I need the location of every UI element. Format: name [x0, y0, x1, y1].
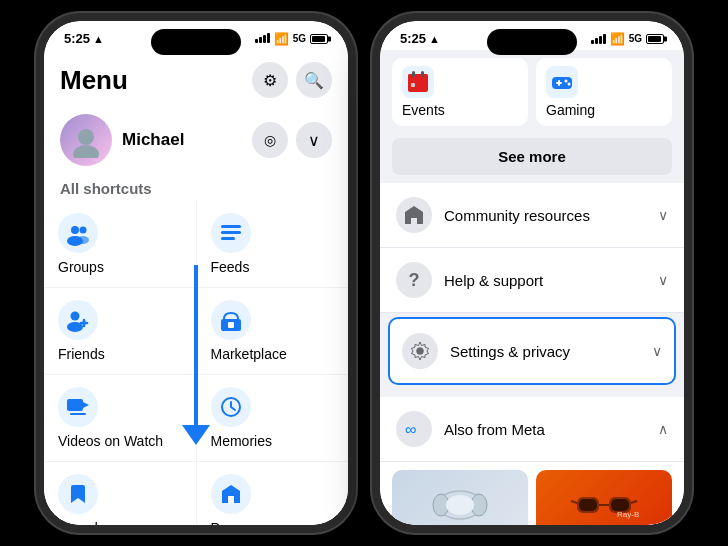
svg-rect-12 — [228, 322, 234, 328]
dynamic-island-1 — [151, 29, 241, 55]
wifi-icon: 📶 — [274, 32, 289, 46]
svg-rect-15 — [70, 413, 86, 415]
svg-point-0 — [78, 129, 94, 145]
settings-privacy-row[interactable]: Settings & privacy ∨ — [390, 319, 674, 383]
top-tiles: Events Gaming — [380, 50, 684, 134]
community-icon — [396, 197, 432, 233]
events-tile-label: Events — [402, 102, 445, 118]
svg-rect-37 — [412, 71, 415, 77]
settings-chevron: ∨ — [652, 343, 662, 359]
videos-icon — [58, 387, 98, 427]
svg-point-41 — [565, 80, 568, 83]
svg-line-55 — [571, 501, 577, 503]
location-icon-2: ▲ — [429, 33, 440, 45]
time-display-1: 5:25 ▲ — [64, 31, 104, 46]
status-icons-1: 📶 5G — [255, 32, 328, 46]
svg-text:∞: ∞ — [405, 421, 416, 438]
feeds-label: Feeds — [211, 259, 250, 275]
search-button[interactable]: 🔍 — [296, 62, 332, 98]
settings-icon — [402, 333, 438, 369]
battery-icon — [310, 34, 328, 44]
list-item[interactable]: Memories — [197, 375, 349, 461]
svg-point-42 — [568, 83, 571, 86]
svg-rect-6 — [221, 225, 241, 228]
marketplace-label: Marketplace — [211, 346, 287, 362]
groups-label: Groups — [58, 259, 104, 275]
feeds-icon — [211, 213, 251, 253]
dynamic-island-2 — [487, 29, 577, 55]
svg-point-44 — [417, 348, 424, 355]
svg-point-49 — [446, 495, 474, 515]
svg-rect-13 — [67, 399, 83, 411]
svg-point-2 — [71, 226, 79, 234]
pages-label: Pages — [211, 520, 251, 525]
settings-privacy-label: Settings & privacy — [450, 343, 640, 360]
network-badge: 5G — [293, 33, 306, 44]
profile-camera-icon[interactable]: ◎ — [252, 122, 288, 158]
time-display-2: 5:25 ▲ — [400, 31, 440, 46]
scroll-arrow — [182, 265, 210, 445]
svg-rect-39 — [411, 83, 415, 87]
signal-icon — [255, 33, 270, 45]
list-item[interactable]: Saved — [44, 462, 196, 525]
svg-rect-7 — [221, 231, 241, 234]
list-item[interactable]: Videos on Watch — [44, 375, 196, 461]
also-meta-header[interactable]: ∞ Also from Meta ∧ — [380, 397, 684, 462]
svg-rect-38 — [421, 71, 424, 77]
saved-label: Saved — [58, 520, 98, 525]
community-resources-row[interactable]: Community resources ∨ — [380, 183, 684, 248]
svg-rect-8 — [221, 237, 235, 240]
profile-name: Michael — [122, 130, 242, 150]
list-item[interactable]: Feeds — [197, 201, 349, 287]
pages-icon — [211, 474, 251, 514]
groups-icon — [58, 213, 98, 253]
gaming-tile[interactable]: Gaming — [536, 58, 672, 126]
profile-row[interactable]: Michael ◎ ∨ — [44, 106, 348, 174]
rayban-stories-card[interactable]: Ray-Ban Ray-Ban Stories Capture the mome… — [536, 470, 672, 525]
profile-chevron-icon[interactable]: ∨ — [296, 122, 332, 158]
svg-line-56 — [631, 501, 637, 503]
list-item[interactable]: Marketplace — [197, 288, 349, 374]
events-tile-icon — [402, 66, 434, 98]
settings-button[interactable]: ⚙ — [252, 62, 288, 98]
events-tile[interactable]: Events — [392, 58, 528, 126]
videos-label: Videos on Watch — [58, 433, 163, 449]
rayban-image: Ray-Ban — [536, 470, 672, 525]
location-icon: ▲ — [93, 33, 104, 45]
see-more-button[interactable]: See more — [392, 138, 672, 175]
list-item[interactable]: Friends — [44, 288, 196, 374]
status-icons-2: 📶 5G — [591, 32, 664, 46]
svg-rect-18 — [228, 496, 234, 503]
friends-label: Friends — [58, 346, 105, 362]
wifi-icon-2: 📶 — [610, 32, 625, 46]
help-support-label: Help & support — [444, 272, 646, 289]
svg-point-1 — [73, 145, 99, 158]
marketplace-icon — [211, 300, 251, 340]
help-chevron: ∨ — [658, 272, 668, 288]
avatar — [60, 114, 112, 166]
phone-1: 5:25 ▲ 📶 5G — [36, 13, 356, 533]
community-resources-label: Community resources — [444, 207, 646, 224]
svg-point-3 — [80, 227, 87, 234]
svg-marker-14 — [83, 402, 89, 408]
meta-icon: ∞ — [396, 411, 432, 447]
help-support-row[interactable]: ? Help & support ∨ — [380, 248, 684, 313]
list-item[interactable]: Groups — [44, 201, 196, 287]
gaming-tile-label: Gaming — [546, 102, 595, 118]
expandable-rows: Community resources ∨ ? Help & support ∨ — [380, 183, 684, 313]
svg-point-5 — [77, 236, 89, 244]
signal-icon-2 — [591, 34, 606, 44]
menu-action-icons: ⚙ 🔍 — [252, 62, 332, 98]
svg-rect-36 — [408, 74, 428, 80]
gaming-tile-icon — [546, 66, 578, 98]
also-from-meta-section: ∞ Also from Meta ∧ — [380, 397, 684, 525]
settings-privacy-row-container: Settings & privacy ∨ — [388, 317, 676, 385]
meta-quest-card[interactable]: Meta Quest Defy reality and distance wit… — [392, 470, 528, 525]
menu-header: Menu ⚙ 🔍 — [44, 50, 348, 106]
battery-icon-2 — [646, 34, 664, 44]
list-item[interactable]: Pages — [197, 462, 349, 525]
meta-quest-image — [392, 470, 528, 525]
memories-icon — [211, 387, 251, 427]
svg-rect-51 — [579, 499, 597, 511]
also-meta-label: Also from Meta — [444, 421, 646, 438]
